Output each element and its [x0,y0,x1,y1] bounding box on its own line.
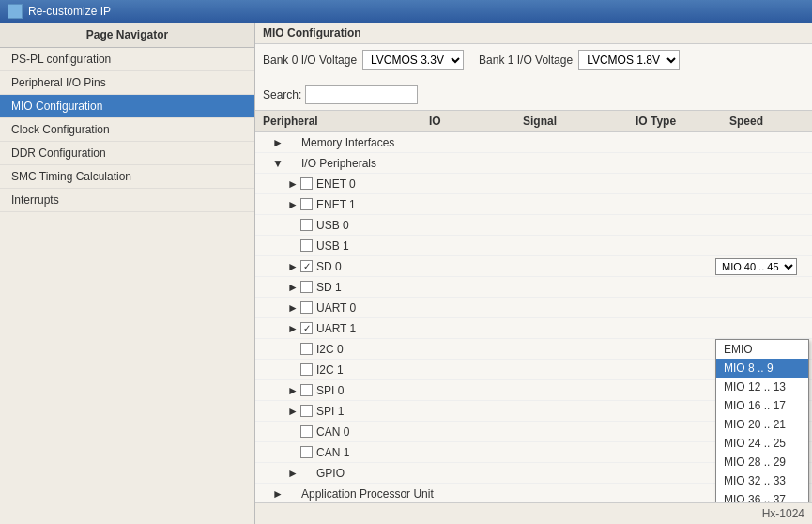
table-row[interactable]: USB 1 [255,236,812,256]
col-speed: Speed [729,115,804,128]
dropdown-item[interactable]: MIO 36 .. 37 [716,490,808,502]
bank0-label: Bank 0 I/O Voltage [263,54,357,67]
expand-icon[interactable]: ► [270,486,285,501]
row-checkbox[interactable] [300,322,313,334]
collapse-icon[interactable]: ▼ [270,156,285,171]
table-row[interactable]: ►ENET 0 [255,174,812,194]
search-input[interactable] [305,85,418,104]
row-label: USB 1 [316,239,804,253]
bank0-select[interactable]: LVCMOS 3.3VLVCMOS 2.5VLVCMOS 1.8V [362,50,464,70]
dropdown-item[interactable]: MIO 28 .. 29 [716,453,808,471]
expand-icon[interactable]: ► [285,259,300,274]
table-body: ►Memory Interfaces▼I/O Peripherals►ENET … [255,132,812,502]
sidebar-item-interrupts[interactable]: Interrupts [0,189,254,212]
col-io-type: IO Type [636,115,729,128]
sidebar-item-peripheral-io[interactable]: Peripheral I/O Pins [0,71,254,95]
row-checkbox[interactable] [300,446,313,458]
row-checkbox[interactable] [300,343,313,355]
table-row[interactable]: ►SD 0MIO 40 .. 45 [255,256,812,277]
dropdown-item[interactable]: MIO 16 .. 17 [716,396,808,415]
title-bar: Re-customize IP [0,0,812,23]
row-checkbox[interactable] [300,281,313,293]
dropdown-item[interactable]: MIO 20 .. 21 [716,415,808,434]
row-checkbox[interactable] [300,301,313,314]
dropdown-item[interactable]: MIO 24 .. 25 [716,434,808,453]
row-label: ENET 1 [316,198,804,211]
col-signal: Signal [523,115,636,128]
expand-icon[interactable]: ► [285,321,300,336]
row-label: UART 1 [316,322,804,335]
expand-icon[interactable]: ► [285,404,300,419]
expand-icon[interactable]: ► [270,135,285,150]
dropdown-item[interactable]: MIO 8 .. 9 [716,359,808,378]
table-row[interactable]: ►ENET 1 [255,194,812,215]
row-label: ENET 0 [316,177,804,191]
sidebar-item-clock-config[interactable]: Clock Configuration [0,118,254,142]
toolbar: Bank 0 I/O Voltage LVCMOS 3.3VLVCMOS 2.5… [255,44,812,111]
sidebar-nav: PS-PL configurationPeripheral I/O PinsMI… [0,48,254,212]
search-label: Search: [263,88,301,101]
row-label: UART 0 [316,301,804,315]
expand-icon[interactable]: ► [285,197,300,212]
table-row[interactable]: USB 0 [255,215,812,236]
row-checkbox[interactable] [300,239,313,252]
row-checkbox[interactable] [300,405,313,417]
sidebar-item-smc-timing[interactable]: SMC Timing Calculation [0,165,254,189]
expand-icon[interactable]: ► [285,466,300,481]
bank1-group: Bank 1 I/O Voltage LVCMOS 1.8VLVCMOS 2.5… [479,50,680,70]
row-label: USB 0 [316,219,804,232]
dropdown-item[interactable]: EMIO [716,340,808,359]
row-checkbox[interactable] [300,198,313,210]
col-io: IO [429,115,523,128]
row-checkbox[interactable] [300,260,313,272]
content-area: MIO Configuration Bank 0 I/O Voltage LVC… [255,23,812,524]
expand-icon[interactable]: ► [285,301,300,316]
row-label: Memory Interfaces [301,136,804,149]
col-peripheral: Peripheral [263,115,429,128]
row-checkbox[interactable] [300,384,313,396]
dropdown-item[interactable]: MIO 32 .. 33 [716,471,808,490]
app-icon [8,4,23,19]
table-row[interactable]: ►Memory Interfaces [255,132,812,153]
search-group: Search: [263,85,418,104]
row-checkbox[interactable] [300,425,313,438]
table-row[interactable]: ►UART 1 [255,318,812,339]
table-row[interactable]: ►SD 1 [255,277,812,298]
expand-icon[interactable]: ► [285,177,300,192]
row-label: I/O Peripherals [301,157,804,170]
bank1-label: Bank 1 I/O Voltage [479,54,573,67]
mio-dropdown[interactable]: EMIOMIO 8 .. 9MIO 12 .. 13MIO 16 .. 17MI… [715,339,809,502]
sidebar-item-mio-config[interactable]: MIO Configuration [0,95,254,118]
row-checkbox[interactable] [300,363,313,376]
sidebar-item-ps-pl[interactable]: PS-PL configuration [0,48,254,71]
dropdown-item[interactable]: MIO 12 .. 13 [716,378,808,396]
table-row[interactable]: ▼I/O Peripherals [255,153,812,174]
row-checkbox[interactable] [300,219,313,231]
sidebar-header: Page Navigator [0,23,254,48]
table-header: Peripheral IO Signal IO Type Speed [255,111,812,132]
expand-icon[interactable]: ► [285,280,300,295]
bank0-group: Bank 0 I/O Voltage LVCMOS 3.3VLVCMOS 2.5… [263,50,464,70]
bank1-select[interactable]: LVCMOS 1.8VLVCMOS 2.5VLVCMOS 3.3V [578,50,680,70]
row-label: SD 1 [316,281,804,294]
io-select[interactable]: MIO 40 .. 45 [715,258,797,275]
table-row[interactable]: ►UART 0 [255,298,812,318]
bottom-bar: Hx-1024 [255,502,812,524]
row-checkbox[interactable] [300,177,313,190]
expand-icon[interactable]: ► [285,383,300,398]
sidebar: Page Navigator PS-PL configurationPeriph… [0,23,255,524]
content-header: MIO Configuration [255,23,812,44]
title-text: Re-customize IP [28,5,111,18]
sidebar-item-ddr-config[interactable]: DDR Configuration [0,142,254,165]
version-label: Hx-1024 [762,507,804,520]
